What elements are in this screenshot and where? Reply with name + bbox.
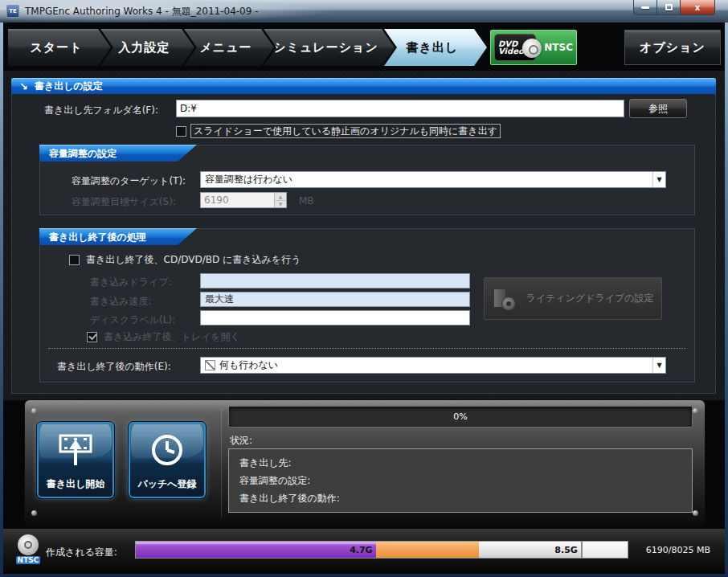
capacity-overflow-segment: [376, 542, 480, 558]
write-speed-select: 最大速: [200, 292, 470, 307]
tab-export[interactable]: 書き出し: [384, 29, 487, 66]
capacity-used-segment: 4.7G: [136, 542, 376, 558]
post-action-select[interactable]: 何も行わない ▼: [200, 357, 666, 374]
title-bar[interactable]: TE TMPGEnc Authoring Works 4 - 無題_2011-0…: [0, 0, 728, 23]
maximize-button[interactable]: [657, 0, 680, 15]
write-drive-select: [200, 273, 470, 288]
open-tray-checkbox: [87, 332, 97, 342]
drive-disc-icon: [492, 287, 516, 311]
separator: [48, 348, 686, 349]
chevron-down-icon: ▼: [652, 358, 665, 373]
post-export-group: 書き出し終了後の処理 書き出し終了後、CD/DVD/BD に書き込みを行う 書き…: [39, 228, 695, 383]
post-action-label: 書き出し終了後の動作(E):: [57, 360, 171, 374]
folder-label: 書き出し先フォルダ名(F):: [44, 104, 158, 117]
status-line-post-action: 書き出し終了後の動作:: [239, 492, 681, 505]
burn-checkbox[interactable]: [69, 255, 80, 265]
tab-options[interactable]: オプション: [624, 30, 721, 65]
close-icon: x: [695, 3, 700, 12]
add-to-batch-button[interactable]: バッチへ登録: [128, 421, 207, 499]
capacity-bar: 4.7G 8.5G: [135, 541, 628, 559]
capacity-label: 作成される容量:: [46, 546, 117, 559]
dvd-video-logo: DVDVideo: [494, 34, 536, 61]
section-arrow-icon: ↘: [19, 80, 28, 92]
spinner-buttons: ▲ ▼: [274, 193, 286, 207]
format-badge[interactable]: DVDVideo NTSC: [490, 30, 577, 65]
minimize-icon: [641, 6, 649, 9]
status-line-capacity: 容量調整の設定:: [239, 474, 681, 488]
action-panel: 書き出し開始 バッチへ登録 0% 状況: 書き出し先: 容量調: [24, 399, 706, 526]
write-drive-label: 書き込みドライブ:: [90, 276, 172, 289]
status-box: 書き出し先: 容量調整の設定: 書き出し終了後の動作:: [228, 448, 693, 513]
capacity-size-label: 容量調整目標サイズ(S):: [72, 195, 176, 209]
burn-checkbox-label[interactable]: 書き出し終了後、CD/DVD/BD に書き込みを行う: [86, 253, 301, 267]
status-line-destination: 書き出し先:: [239, 456, 681, 470]
capacity-target-select[interactable]: 容量調整は行わない ▼: [200, 171, 666, 188]
capacity-target-label: 容量調整のターゲット(T):: [72, 174, 186, 188]
screw-icon: [693, 510, 698, 516]
close-button[interactable]: x: [680, 0, 715, 15]
export-settings-title: 書き出しの設定: [35, 80, 103, 93]
window-frame: TE TMPGEnc Authoring Works 4 - 無題_2011-0…: [0, 0, 728, 577]
client-area: スタート 入力設定 メニュー シミュレーション 書き出し DVDVideo NT…: [3, 23, 725, 574]
tab-start[interactable]: スタート: [8, 29, 111, 66]
export-film-icon: [58, 433, 93, 469]
capacity-usage-text: 6190/8025 MB: [646, 545, 710, 555]
write-speed-label: 書き込み速度:: [90, 295, 152, 309]
screw-icon: [31, 510, 37, 516]
ntsc-disc-icon: NTSC: [14, 534, 42, 568]
capacity-free-segment: 8.5G: [479, 542, 581, 558]
screw-icon: [31, 408, 37, 414]
capacity-group: 容量調整の設定 容量調整のターゲット(T): 容量調整は行わない ▼ 容量調整目…: [39, 145, 695, 215]
format-standard-label: NTSC: [544, 42, 573, 53]
spinner-up-icon: ▲: [275, 193, 286, 201]
marker-8-5g: 8.5G: [554, 545, 578, 555]
minimize-button[interactable]: [633, 0, 657, 15]
disc-icon: [18, 534, 39, 555]
slideshow-checkbox-label[interactable]: スライドショーで使用している静止画のオリジナルも同時に書き出す: [190, 124, 501, 138]
footer-bar: NTSC 作成される容量: 4.7G 8.5G 6190/8025 MB: [3, 529, 725, 574]
export-settings-panel: 書き出し先フォルダ名(F): 参照 スライドショーで使用している静止画のオリジナ…: [11, 94, 716, 394]
window-title: TMPGEnc Authoring Works 4 - 無題_2011-04-0…: [25, 5, 259, 18]
open-tray-checkbox-label: 書き込み終了後、トレイを開く: [104, 330, 240, 344]
post-export-group-header: 書き出し終了後の処理: [39, 228, 197, 245]
capacity-extra-segment: [583, 542, 628, 558]
maximize-icon: [665, 4, 673, 10]
tab-simulation[interactable]: シミュレーション: [264, 29, 395, 66]
panel-divider: [221, 408, 222, 518]
status-label: 状況:: [230, 434, 252, 448]
spinner-down-icon: ▼: [275, 201, 286, 208]
start-export-button[interactable]: 書き出し開始: [36, 421, 115, 499]
app-icon: TE: [6, 5, 19, 18]
browse-button[interactable]: 参照: [629, 99, 687, 118]
disc-label-input: [200, 310, 470, 325]
marker-4-7g: 4.7G: [350, 545, 373, 555]
clock-icon: [149, 433, 185, 469]
no-action-icon: [205, 360, 215, 370]
disc-label-label: ディスクラベル(L):: [90, 313, 175, 327]
slideshow-checkbox[interactable]: [176, 126, 186, 137]
capacity-size-unit: MB: [299, 195, 314, 207]
capacity-size-spinner: 6190 ▲ ▼: [200, 192, 287, 208]
chevron-down-icon: ▼: [652, 172, 665, 187]
capacity-group-header: 容量調整の設定: [39, 145, 197, 162]
folder-input[interactable]: [176, 100, 624, 117]
export-settings-header: ↘ 書き出しの設定: [11, 78, 716, 94]
ntsc-tag: NTSC: [16, 556, 41, 564]
progress-bar: 0%: [228, 406, 693, 428]
tab-input-settings[interactable]: 入力設定: [100, 29, 194, 66]
writing-drive-settings-button: ライティングドライブの設定: [484, 277, 662, 320]
nav-bar: スタート 入力設定 メニュー シミュレーション 書き出し DVDVideo NT…: [3, 23, 725, 71]
export-settings-area: ↘ 書き出しの設定 書き出し先フォルダ名(F): 参照 スライドショーで使用して…: [3, 71, 725, 400]
progress-value: 0%: [453, 411, 467, 422]
disc-icon: [522, 39, 542, 58]
screw-icon: [693, 408, 698, 414]
tab-menu[interactable]: メニュー: [184, 29, 274, 66]
